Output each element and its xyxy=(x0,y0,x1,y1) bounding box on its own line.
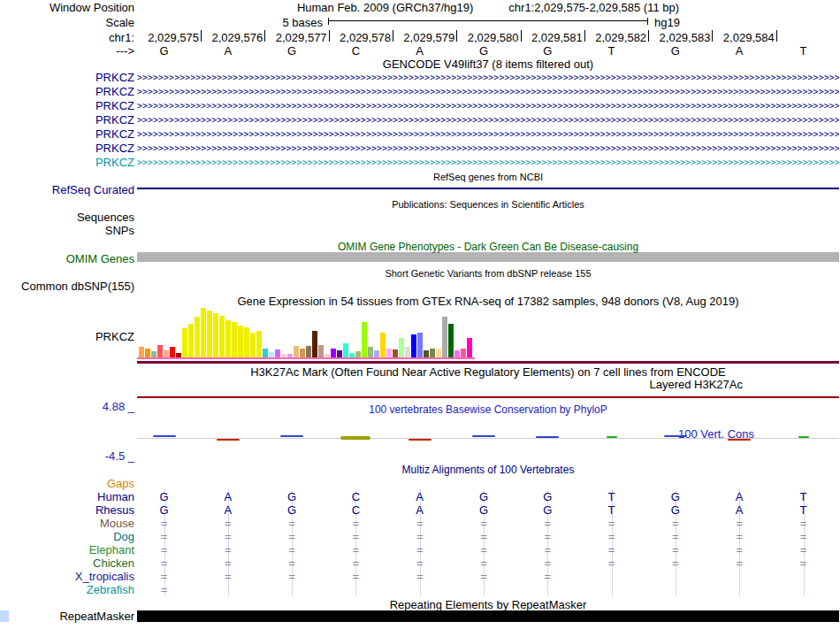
multiz-title: Multiz Alignments of 100 Vertebrates xyxy=(137,464,839,476)
gtex-bar xyxy=(275,349,280,357)
alignment-eq-mark: = xyxy=(412,556,428,570)
alignment-base: C xyxy=(347,503,363,517)
gene-label-prkcz[interactable]: PRKCZ xyxy=(95,85,134,98)
species-label-chicken[interactable]: Chicken xyxy=(93,556,134,570)
gtex-bar xyxy=(238,326,243,357)
ruler-tick xyxy=(393,30,393,42)
h3k27ac-baseline[interactable] xyxy=(137,396,839,398)
track-side-handle[interactable] xyxy=(0,610,9,622)
gene-label-prkcz[interactable]: PRKCZ xyxy=(95,113,134,127)
alignment-eq-mark: = xyxy=(604,556,620,570)
gtex-bar xyxy=(306,346,311,357)
label-gaps[interactable]: Gaps xyxy=(107,477,134,490)
species-label-human[interactable]: Human xyxy=(97,490,134,503)
label-snps[interactable]: SNPs xyxy=(105,224,134,237)
gene-label-prkcz[interactable]: PRKCZ xyxy=(95,71,134,84)
alignment-eq-mark: = xyxy=(476,543,492,556)
gene-transcript-row[interactable]: >>>>>>>>>>>>>>>>>>>>>>>>>>>>>>>>>>>>>>>>… xyxy=(137,128,839,140)
reference-base: T xyxy=(796,44,812,58)
gtex-bar xyxy=(386,349,392,357)
gtex-bar xyxy=(430,349,435,357)
label-phylop-min: -4.5 _ xyxy=(105,449,134,463)
alignment-eq-mark: = xyxy=(157,556,172,570)
label-omim-genes[interactable]: OMIM Genes xyxy=(66,252,134,265)
gene-label-prkcz[interactable]: PRKCZ xyxy=(95,127,134,141)
genome-label: hg19 xyxy=(654,16,680,29)
alignment-base: G xyxy=(539,490,555,503)
gtex-bar xyxy=(300,349,305,357)
alignment-eq-mark: = xyxy=(412,543,428,556)
gtex-bar xyxy=(182,328,187,357)
reference-base: G xyxy=(284,44,300,58)
alignment-eq-mark: = xyxy=(731,556,747,570)
gtex-bar xyxy=(294,346,299,357)
gtex-bar xyxy=(467,338,472,357)
refseq-curated-track-line[interactable] xyxy=(137,188,839,189)
species-label-elephant[interactable]: Elephant xyxy=(89,543,134,556)
phylop-mark xyxy=(153,435,176,437)
ruler-position: 2,029,576 xyxy=(211,31,263,44)
gtex-bar xyxy=(201,308,206,357)
gtex-bar xyxy=(454,350,460,357)
alignment-eq-mark: = xyxy=(539,517,555,530)
alignment-eq-mark: = xyxy=(731,530,747,543)
gtex-bar xyxy=(157,345,163,357)
alignment-eq-mark: = xyxy=(476,530,492,543)
label-refseq-curated[interactable]: RefSeq Curated xyxy=(52,183,134,196)
gene-transcript-row[interactable]: >>>>>>>>>>>>>>>>>>>>>>>>>>>>>>>>>>>>>>>>… xyxy=(137,72,839,83)
reference-base: A xyxy=(220,44,236,58)
species-label-x_tropicalis[interactable]: X_tropicalis xyxy=(75,570,134,583)
alignment-base: T xyxy=(796,490,812,503)
alignment-base: C xyxy=(347,490,363,503)
gene-label-prkcz[interactable]: PRKCZ xyxy=(95,142,134,155)
gtex-bar xyxy=(269,352,274,357)
phylop-mark xyxy=(664,435,687,437)
omim-genes-bar[interactable] xyxy=(137,252,839,262)
gtex-bar xyxy=(355,351,361,357)
scale-bar-left-tick xyxy=(328,18,329,25)
refseq-title: RefSeq genes from NCBI xyxy=(137,172,839,182)
gene-transcript-row[interactable]: >>>>>>>>>>>>>>>>>>>>>>>>>>>>>>>>>>>>>>>>… xyxy=(137,142,839,154)
gtex-gene-model-line[interactable] xyxy=(137,357,475,359)
phylop-mark xyxy=(472,435,495,437)
gtex-bar xyxy=(405,347,410,357)
alignment-eq-mark: = xyxy=(347,517,363,530)
label-layered-h3k27ac[interactable]: Layered H3K27Ac xyxy=(649,378,743,391)
species-label-rhesus[interactable]: Rhesus xyxy=(95,503,134,517)
label-common-dbsnp[interactable]: Common dbSNP(155) xyxy=(21,280,134,293)
gtex-bar xyxy=(164,350,169,357)
alignment-eq-mark: = xyxy=(220,543,236,556)
gene-transcript-row[interactable]: >>>>>>>>>>>>>>>>>>>>>>>>>>>>>>>>>>>>>>>>… xyxy=(137,86,839,97)
gtex-bar xyxy=(287,354,293,357)
gene-transcript-row[interactable]: >>>>>>>>>>>>>>>>>>>>>>>>>>>>>>>>>>>>>>>>… xyxy=(137,157,839,168)
reference-base: G xyxy=(157,44,172,58)
gtex-bar xyxy=(380,333,386,357)
label-sequences[interactable]: Sequences xyxy=(77,211,134,224)
alignment-eq-mark: = xyxy=(220,517,236,530)
alignment-base: T xyxy=(796,503,812,517)
gtex-bar xyxy=(448,324,454,357)
alignment-eq-mark: = xyxy=(412,530,428,543)
species-label-mouse[interactable]: Mouse xyxy=(100,517,134,530)
alignment-base: G xyxy=(476,490,492,503)
label-gtex-gene[interactable]: PRKCZ xyxy=(95,330,134,343)
phylop-mark xyxy=(217,439,240,441)
phylop-mark xyxy=(340,436,370,440)
gene-label-prkcz[interactable]: PRKCZ xyxy=(95,99,134,112)
gene-label-prkcz[interactable]: PRKCZ xyxy=(95,156,134,169)
reference-base: A xyxy=(731,44,747,58)
gtex-bar xyxy=(250,333,256,357)
gene-transcript-row[interactable]: >>>>>>>>>>>>>>>>>>>>>>>>>>>>>>>>>>>>>>>>… xyxy=(137,100,839,111)
alignment-eq-mark: = xyxy=(604,517,620,530)
alignment-base: G xyxy=(668,503,683,517)
species-label-zebrafish[interactable]: Zebrafish xyxy=(87,583,134,596)
phylop-mark xyxy=(536,436,559,438)
gene-transcript-row[interactable]: >>>>>>>>>>>>>>>>>>>>>>>>>>>>>>>>>>>>>>>>… xyxy=(137,114,839,126)
gtex-bar xyxy=(399,338,404,357)
alignment-base: A xyxy=(412,490,428,503)
species-label-dog[interactable]: Dog xyxy=(113,530,134,543)
label-repeatmasker[interactable]: RepeatMasker xyxy=(59,610,134,623)
repeatmasker-element-bar[interactable] xyxy=(137,610,839,622)
alignment-base: T xyxy=(604,503,620,517)
ruler-tick xyxy=(456,30,457,42)
